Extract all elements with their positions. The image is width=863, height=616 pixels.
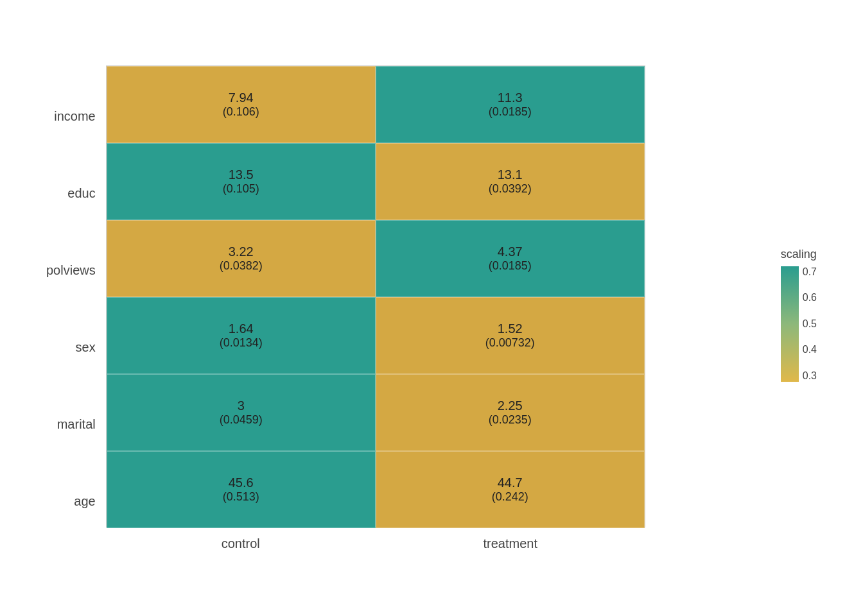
y-label-polviews: polviews — [46, 232, 96, 309]
cell-value: 2.25 — [498, 398, 523, 413]
legend-bar-container: 0.70.60.50.40.3 — [781, 266, 817, 382]
cell-sex-treatment: 1.52(0.00732) — [376, 297, 645, 374]
x-axis: controltreatment — [106, 536, 645, 551]
cell-pvalue: (0.0185) — [489, 259, 532, 273]
cell-pvalue: (0.105) — [223, 182, 259, 196]
cell-pvalue: (0.0392) — [489, 182, 532, 196]
cell-value: 1.52 — [498, 321, 523, 336]
y-axis: incomeeducpolviewssexmaritalage — [46, 78, 106, 540]
cell-educ-treatment: 13.1(0.0392) — [376, 143, 645, 220]
grid-and-x: 7.94(0.106)11.3(0.0185)13.5(0.105)13.1(0… — [106, 65, 645, 551]
legend-tick-0.6: 0.6 — [803, 292, 817, 304]
cell-income-control: 7.94(0.106) — [107, 66, 376, 143]
legend-tick-0.3: 0.3 — [803, 370, 817, 382]
legend-ticks: 0.70.60.50.40.3 — [799, 266, 817, 382]
cell-marital-treatment: 2.25(0.0235) — [376, 374, 645, 451]
cell-age-treatment: 44.7(0.242) — [376, 451, 645, 528]
legend-tick-0.4: 0.4 — [803, 344, 817, 355]
cell-value: 13.5 — [229, 167, 254, 182]
cell-value: 7.94 — [229, 90, 254, 105]
y-label-income: income — [54, 78, 95, 155]
cell-value: 45.6 — [229, 475, 254, 490]
cell-value: 1.64 — [229, 321, 254, 336]
heatmap-grid: 7.94(0.106)11.3(0.0185)13.5(0.105)13.1(0… — [106, 65, 645, 527]
legend-title: scaling — [781, 248, 817, 261]
legend-gradient — [781, 266, 799, 382]
cell-sex-control: 1.64(0.0134) — [107, 297, 376, 374]
chart-container: incomeeducpolviewssexmaritalage 7.94(0.1… — [46, 26, 817, 590]
y-label-educ: educ — [67, 155, 95, 232]
y-label-marital: marital — [57, 386, 96, 463]
cell-marital-control: 3(0.0459) — [107, 374, 376, 451]
legend: scaling 0.70.60.50.40.3 — [781, 248, 817, 382]
cell-value: 4.37 — [498, 244, 523, 259]
cell-polviews-control: 3.22(0.0382) — [107, 220, 376, 297]
y-label-age: age — [74, 463, 95, 540]
legend-tick-0.7: 0.7 — [803, 266, 817, 278]
cell-pvalue: (0.0459) — [220, 413, 263, 427]
cell-polviews-treatment: 4.37(0.0185) — [376, 220, 645, 297]
cell-value: 3 — [238, 398, 245, 413]
x-label-control: control — [106, 536, 376, 551]
cell-pvalue: (0.0382) — [220, 259, 263, 273]
cell-value: 3.22 — [229, 244, 254, 259]
cell-value: 11.3 — [498, 90, 523, 105]
x-label-treatment: treatment — [376, 536, 645, 551]
cell-pvalue: (0.513) — [223, 490, 259, 504]
cell-pvalue: (0.0134) — [220, 336, 263, 350]
legend-tick-0.5: 0.5 — [803, 318, 817, 330]
plot-area: incomeeducpolviewssexmaritalage 7.94(0.1… — [46, 65, 755, 551]
cell-pvalue: (0.242) — [492, 490, 528, 504]
cell-value: 13.1 — [498, 167, 523, 182]
cell-value: 44.7 — [498, 475, 523, 490]
cell-pvalue: (0.0185) — [489, 105, 532, 119]
cell-income-treatment: 11.3(0.0185) — [376, 66, 645, 143]
cell-educ-control: 13.5(0.105) — [107, 143, 376, 220]
cell-age-control: 45.6(0.513) — [107, 451, 376, 528]
cell-pvalue: (0.0235) — [489, 413, 532, 427]
y-label-sex: sex — [76, 309, 96, 386]
cell-pvalue: (0.106) — [223, 105, 259, 119]
cell-pvalue: (0.00732) — [485, 336, 535, 350]
